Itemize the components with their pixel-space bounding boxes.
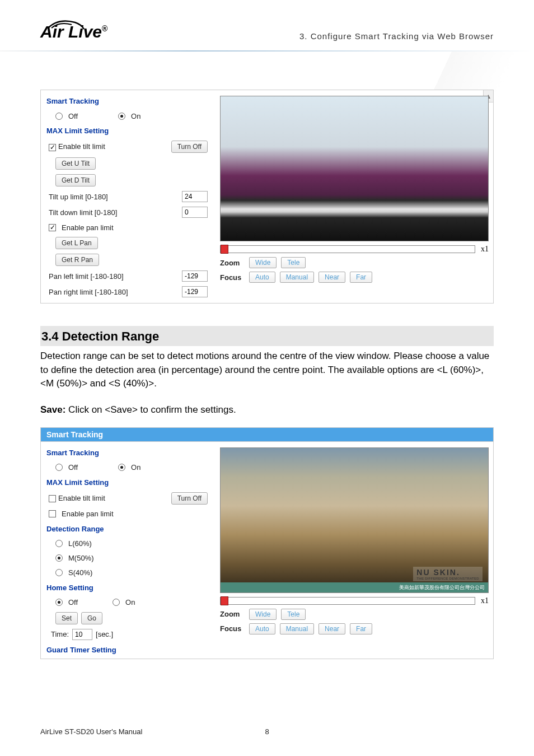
focus-far-button-2[interactable]: Far — [350, 623, 372, 634]
smart-tracking-header-2: Smart Tracking — [41, 445, 218, 460]
zoom-level-2: x1 — [481, 596, 489, 605]
get-r-pan-button[interactable]: Get R Pan — [55, 254, 99, 266]
focus-near-button-2[interactable]: Near — [318, 623, 345, 634]
smart-tracking-header: Smart Tracking — [41, 94, 218, 109]
footer-page-number: 8 — [265, 727, 269, 736]
max-limit-header-2: MAX Limit Setting — [41, 475, 218, 490]
zoom-wide-button[interactable]: Wide — [249, 257, 277, 268]
label-m50: M(50%) — [68, 554, 94, 562]
focus-auto-button-2[interactable]: Auto — [249, 623, 275, 634]
focus-manual-button[interactable]: Manual — [280, 272, 314, 283]
checkbox-enable-tilt-2[interactable] — [49, 495, 56, 502]
focus-far-button[interactable]: Far — [350, 272, 372, 283]
radio-off[interactable] — [55, 113, 63, 120]
zoom-wide-button-2[interactable]: Wide — [249, 609, 277, 620]
label-on-2: On — [131, 463, 140, 472]
label-on: On — [131, 112, 140, 120]
nuskin-logo: NU SKIN. THE DIFFERENCE DEMONSTRATED — [413, 567, 483, 581]
guard-timer-header: Guard Timer Setting — [41, 642, 218, 655]
set-button[interactable]: Set — [55, 612, 78, 624]
radio-home-on[interactable] — [113, 599, 120, 606]
zoom-label: Zoom — [220, 259, 245, 267]
checkbox-enable-pan-2[interactable] — [49, 510, 56, 517]
focus-near-button[interactable]: Near — [318, 272, 345, 283]
get-u-tilt-button[interactable]: Get U Tilt — [55, 157, 96, 170]
max-limit-header: MAX Limit Setting — [41, 123, 218, 138]
turn-off-button[interactable]: Turn Off — [171, 141, 208, 153]
video-caption-band: 美商如新華茂股份有限公司台灣分公司 — [221, 582, 488, 592]
pan-right-label: Pan right limit [-180-180] — [49, 288, 128, 296]
footer-manual: AirLive ST-SD20 User's Manual — [40, 727, 142, 736]
video-preview — [220, 96, 489, 241]
page-header: Air Live® 3. Configure Smart Tracking vi… — [0, 0, 534, 67]
tilt-up-input[interactable] — [182, 191, 208, 202]
section-paragraph: Detection range can be set to detect mot… — [40, 349, 494, 391]
settings-panel-2: Smart Tracking Off On MAX Limit Setting … — [40, 441, 494, 659]
radio-on[interactable] — [118, 113, 125, 120]
video-preview-2: NU SKIN. THE DIFFERENCE DEMONSTRATED 美商如… — [220, 447, 489, 593]
label-home-on: On — [125, 598, 135, 606]
tilt-up-label: Tilt up limit [0-180] — [49, 193, 108, 201]
zoom-tele-button-2[interactable]: Tele — [281, 609, 306, 620]
checkbox-enable-pan[interactable] — [49, 224, 56, 231]
time-unit: [sec.] — [96, 630, 113, 638]
detection-range-header: Detection Range — [41, 521, 218, 536]
radio-on-2[interactable] — [118, 464, 125, 471]
radio-l60[interactable] — [55, 540, 63, 547]
checkbox-enable-tilt[interactable] — [49, 144, 56, 151]
label-s40: S(40%) — [68, 568, 92, 577]
radio-off-2[interactable] — [55, 464, 63, 471]
time-input[interactable] — [72, 629, 92, 640]
home-setting-header: Home Setting — [41, 580, 218, 595]
label-off-2: Off — [68, 463, 78, 472]
label-home-off: Off — [68, 598, 78, 606]
get-l-pan-button[interactable]: Get L Pan — [55, 237, 98, 249]
go-button[interactable]: Go — [81, 612, 102, 624]
zoom-thumb[interactable] — [221, 245, 228, 254]
save-line: Save: Click on <Save> to confirm the set… — [40, 403, 494, 417]
tilt-down-label: Tilt down limit [0-180] — [49, 208, 117, 217]
zoom-level: x1 — [481, 245, 489, 254]
radio-m50[interactable] — [55, 554, 63, 562]
logo-text: Air Live® — [40, 22, 107, 41]
label-l60: L(60%) — [68, 539, 92, 548]
focus-label-2: Focus — [220, 624, 245, 633]
label-enable-pan-2: Enable pan limit — [62, 510, 114, 518]
header-chapter: 3. Configure Smart Tracking via Web Brow… — [299, 31, 494, 41]
zoom-slider[interactable]: x1 — [220, 245, 489, 254]
zoom-tele-button[interactable]: Tele — [281, 257, 306, 268]
label-enable-pan: Enable pan limit — [62, 223, 114, 232]
pan-left-input[interactable] — [182, 270, 208, 282]
radio-home-off[interactable] — [55, 599, 63, 606]
turn-off-button-2[interactable]: Turn Off — [171, 492, 208, 505]
label-off: Off — [68, 112, 78, 120]
pan-left-label: Pan left limit [-180-180] — [49, 272, 124, 281]
get-d-tilt-button[interactable]: Get D Tilt — [55, 174, 96, 186]
focus-auto-button[interactable]: Auto — [249, 272, 275, 283]
zoom-label-2: Zoom — [220, 610, 245, 618]
save-label: Save: — [40, 404, 65, 415]
save-text: Click on <Save> to confirm the settings. — [65, 404, 236, 415]
label-enable-tilt-2: Enable tilt limit — [58, 494, 105, 502]
tab-smart-tracking[interactable]: Smart Tracking — [40, 427, 494, 441]
time-label: Time: — [51, 630, 69, 638]
label-enable-tilt: Enable tilt limit — [58, 142, 105, 151]
focus-label: Focus — [220, 273, 245, 282]
focus-manual-button-2[interactable]: Manual — [280, 623, 314, 634]
section-title: 3.4 Detection Range — [40, 326, 494, 346]
settings-panel-1: ▲ Smart Tracking Off On MAX Limit Settin… — [40, 90, 494, 304]
page-footer: AirLive ST-SD20 User's Manual 8 — [40, 727, 494, 736]
zoom-slider-2[interactable]: x1 — [220, 596, 489, 605]
pan-right-input[interactable] — [182, 286, 208, 297]
tilt-down-input[interactable] — [182, 207, 208, 218]
radio-s40[interactable] — [55, 569, 63, 576]
zoom-thumb-2[interactable] — [221, 596, 228, 605]
